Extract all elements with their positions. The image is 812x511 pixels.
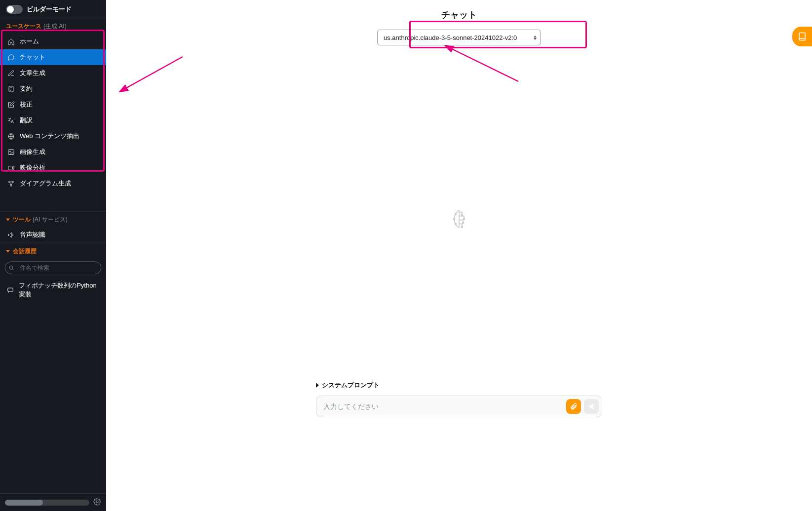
send-button[interactable] [584,399,599,414]
sidebar-item-label: Web コンテンツ抽出 [20,132,79,141]
history-item[interactable]: フィボナッチ数列のPython実装 [0,277,106,303]
sidebar-item-label: ホーム [20,37,39,46]
toggle-knob [7,6,14,13]
svg-line-22 [125,57,183,89]
edit-icon [7,101,15,109]
model-select[interactable]: us.anthropic.claude-3-5-sonnet-20241022-… [377,30,541,45]
sidebar-item-video[interactable]: 映像分析 [0,160,106,176]
svg-point-6 [9,151,11,152]
annotation-arrow-right [447,44,521,86]
center-logo [447,207,471,233]
globe-icon [7,132,15,140]
sidebar-item-label: 映像分析 [20,163,45,172]
attach-button[interactable] [566,399,581,414]
sidebar-item-label: 要約 [20,84,33,93]
svg-point-8 [8,181,10,182]
svg-point-11 [9,266,13,269]
sidebar-item-label: 翻訳 [20,116,33,125]
builder-mode-label: ビルダーモード [27,5,72,14]
system-prompt-label: システムプロンプト [322,381,380,390]
chat-input-bar [316,396,602,417]
usage-bar [5,500,89,506]
section-header-tools[interactable]: ツール (AI サービス) [0,211,106,227]
sidebar-item-chat[interactable]: チャット [0,49,106,65]
sidebar-footer [0,493,106,511]
sidebar-item-home[interactable]: ホーム [0,34,106,49]
section-header-usecase[interactable]: ユースケース (生成 AI) [0,18,106,34]
section-sub: (生成 AI) [43,22,67,31]
svg-point-14 [96,501,98,503]
section-sub: (AI サービス) [33,216,68,224]
settings-button[interactable] [93,498,101,507]
section-title: 会話履歴 [13,247,37,256]
sidebar-item-summary[interactable]: 要約 [0,81,106,97]
translate-icon [7,116,15,124]
chat-input[interactable] [323,402,563,410]
history-search-row [0,258,106,277]
tools-nav: 音声認識 [0,227,106,243]
search-icon [5,261,17,274]
svg-line-12 [12,269,13,270]
pencil-icon [7,69,15,77]
history-search-input[interactable] [17,261,101,274]
usage-fill [5,500,43,506]
page-title: チャット [441,9,477,21]
sidebar-item-text[interactable]: 文章生成 [0,65,106,81]
chat-bubble-icon [7,286,14,294]
speaker-icon [7,231,15,239]
section-header-history[interactable]: 会話履歴 [0,243,106,258]
usecase-nav: ホーム チャット 文章生成 要約 校正 翻訳 Web コンテンツ抽出 画像生成 [0,34,106,191]
video-icon [7,164,15,172]
document-icon [7,85,15,93]
svg-rect-7 [8,166,12,170]
svg-line-23 [451,48,518,81]
main-content: チャット us.anthropic.claude-3-5-sonnet-2024… [106,0,812,511]
sidebar-item-label: チャット [20,53,45,62]
help-tab-button[interactable] [792,27,812,46]
chevron-down-icon [6,250,10,253]
sidebar-item-diagram[interactable]: ダイアグラム生成 [0,176,106,191]
chat-footer: システムプロンプト [316,381,602,417]
svg-point-9 [12,181,14,182]
sidebar-item-translate[interactable]: 翻訳 [0,112,106,128]
chat-icon [7,53,15,61]
sidebar-item-label: 音声認識 [20,230,45,239]
select-chevron-icon [534,36,537,40]
builder-mode-toggle[interactable] [6,5,23,14]
section-title: ユースケース [6,22,41,31]
svg-rect-5 [8,149,13,154]
sidebar-item-label: 文章生成 [20,69,45,77]
sidebar-item-proof[interactable]: 校正 [0,97,106,112]
svg-point-10 [10,185,12,186]
model-selected-value: us.anthropic.claude-3-5-sonnet-20241022-… [384,34,517,41]
sidebar-item-label: 校正 [20,100,33,109]
sidebar-item-label: 画像生成 [20,147,45,156]
annotation-arrow-left [121,54,185,96]
sidebar: ビルダーモード ユースケース (生成 AI) ホーム チャット 文章生成 要約 … [0,0,106,511]
sidebar-item-label: ダイアグラム生成 [20,179,71,188]
sidebar-item-speech[interactable]: 音声認識 [0,227,106,243]
section-title: ツール [13,216,31,224]
image-icon [7,148,15,156]
sidebar-item-image[interactable]: 画像生成 [0,144,106,160]
home-icon [7,37,15,45]
system-prompt-toggle[interactable]: システムプロンプト [316,381,602,390]
sidebar-item-webextract[interactable]: Web コンテンツ抽出 [0,128,106,144]
diagram-icon [7,180,15,187]
history-item-label: フィボナッチ数列のPython実装 [19,281,99,299]
builder-mode-row: ビルダーモード [0,0,106,18]
chevron-right-icon [316,383,319,388]
chevron-down-icon [6,219,10,221]
svg-rect-13 [8,288,13,292]
